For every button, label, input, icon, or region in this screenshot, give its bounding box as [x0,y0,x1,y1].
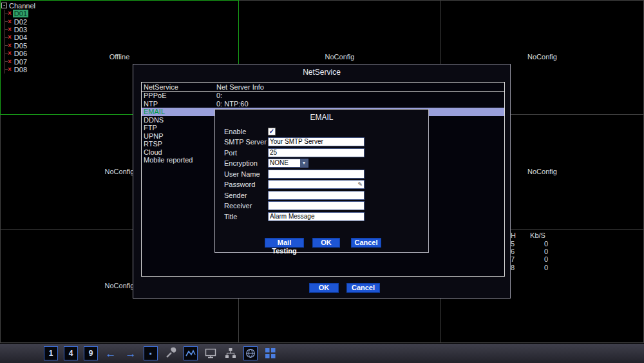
username-input[interactable] [268,170,365,179]
channel-item-label: D05 [13,42,28,50]
mail-testing-button[interactable]: Mail Testing [265,238,304,248]
password-input[interactable] [268,180,365,189]
password-edit-icon[interactable]: ✎ [357,181,363,188]
bitrate-value: 0 [521,264,554,271]
password-field-wrap: ✎ [268,180,365,189]
previous-channel-icon[interactable]: ← [104,346,118,360]
bitrate-channel: 8 [511,264,521,271]
bitrate-value: 0 [521,240,554,248]
single-window-glyph: 1 [49,349,53,358]
smtp-server-input[interactable] [268,137,365,146]
receiver-label: Receiver [224,202,268,210]
password-row: Password ✎ [224,179,365,189]
offline-x-icon: × [8,26,12,33]
quad-window-glyph: 4 [69,349,73,358]
bitrate-header-kbs: Kb/S [521,231,554,239]
channel-item-d01[interactable]: × D01 [5,10,35,17]
offline-x-icon: × [8,59,12,65]
service-name: DDNS [142,116,216,124]
grid-glyph [264,347,277,360]
encryption-select[interactable]: NONE ▼ [268,159,308,168]
receiver-input[interactable] [268,201,365,210]
netservice-list-header: NetService Net Server Info [142,83,504,92]
waveform-glyph [185,348,196,359]
offline-x-icon: × [8,34,12,41]
bitrate-value: 0 [521,255,554,263]
smtp-server-label: SMTP Server [224,138,268,146]
encryption-row: Encryption NONE ▼ [224,158,308,168]
column-header-net-server-info: Net Server Info [216,83,504,91]
enable-label: Enable [224,128,268,135]
channel-item-d05[interactable]: × D05 [5,42,35,50]
netservice-row-ntp[interactable]: NTP 0: NTP:60 [142,100,504,108]
channel-item-d06[interactable]: × D06 [5,50,35,57]
network-tree-glyph [224,347,237,360]
port-row: Port [224,148,365,157]
netservice-ok-button[interactable]: OK [309,283,339,293]
password-label: Password [224,181,268,188]
ptz-control-icon[interactable] [164,346,178,360]
email-ok-button[interactable]: OK [312,238,340,248]
username-row: User Name [224,169,365,179]
netservice-row-pppoe[interactable]: PPPoE 0: [142,92,504,100]
service-name: PPPoE [142,92,216,99]
monitor-glyph [204,347,217,360]
channel-item-label: D08 [13,66,28,74]
offline-x-icon: × [8,19,12,25]
network-setting-icon[interactable] [223,346,238,360]
channel-item-d02[interactable]: × D02 [5,17,35,25]
bitrate-channel: 7 [511,255,521,263]
nine-window-icon[interactable]: 9 [84,346,98,360]
offline-x-icon: × [8,10,12,17]
tree-collapse-icon[interactable]: - [1,3,7,8]
channel-item-label: D01 [13,10,28,17]
output-adjust-icon[interactable] [204,346,218,360]
toolbar: 1 4 9 ← → ▪ [0,344,644,363]
quad-window-icon[interactable]: 4 [64,346,78,360]
email-dialog: EMAIL Enable ✓ SMTP Server Port Encrypti… [214,109,429,253]
channel-item-d07[interactable]: × D07 [5,57,35,65]
service-name: Mobile reported [142,156,216,164]
title-row: Title [224,211,365,221]
channel-item-label: D02 [13,18,28,26]
channel-item-d04[interactable]: × D04 [5,34,35,41]
square-glyph: ▪ [149,350,152,357]
channel-tree-header: - Channel [1,1,35,10]
sender-row: Sender [224,190,365,200]
single-view-icon[interactable]: ▪ [144,346,158,360]
bitrate-channel: 5 [511,240,521,248]
service-name: FTP [142,124,216,132]
bitrate-header: H Kb/S [511,231,554,239]
channel-item-d03[interactable]: × D03 [5,26,35,34]
enable-checkbox[interactable]: ✓ [268,128,276,135]
channel-tree: - Channel × D01 × D02 × D03 × D04 [1,1,35,74]
nine-window-glyph: 9 [89,349,93,358]
dvr-live-view: Offline NoConfig NoConfig NoConfig NoCon… [0,0,644,363]
web-setting-icon[interactable] [243,346,258,360]
port-input[interactable] [268,148,365,157]
channel-item-label: D04 [13,34,28,41]
channel-status-label: NoConfig [239,53,440,61]
channel-item-label: D06 [13,50,28,57]
username-label: User Name [224,170,268,178]
single-window-icon[interactable]: 1 [44,346,58,360]
next-channel-icon[interactable]: → [124,346,138,360]
sender-label: Sender [224,191,268,199]
channel-item-d08[interactable]: × D08 [5,66,35,74]
netservice-dialog-title: NetService [133,64,510,77]
encryption-selected-value: NONE [269,159,300,167]
receiver-row: Receiver [224,201,365,210]
service-name: RTSP [142,140,216,148]
color-setting-icon[interactable] [184,346,198,360]
column-header-netservice: NetService [142,83,216,91]
sender-input[interactable] [268,191,365,200]
email-cancel-button[interactable]: Cancel [351,238,381,248]
service-name: EMAIL [142,108,216,115]
port-label: Port [224,149,268,157]
title-input[interactable] [268,212,365,221]
channel-list: × D01 × D02 × D03 × D04 × D05 [5,10,35,74]
netservice-cancel-button[interactable]: Cancel [346,283,380,293]
multi-preview-icon[interactable] [263,346,278,360]
email-dialog-title: EMAIL [215,110,428,122]
encryption-label: Encryption [224,159,268,167]
